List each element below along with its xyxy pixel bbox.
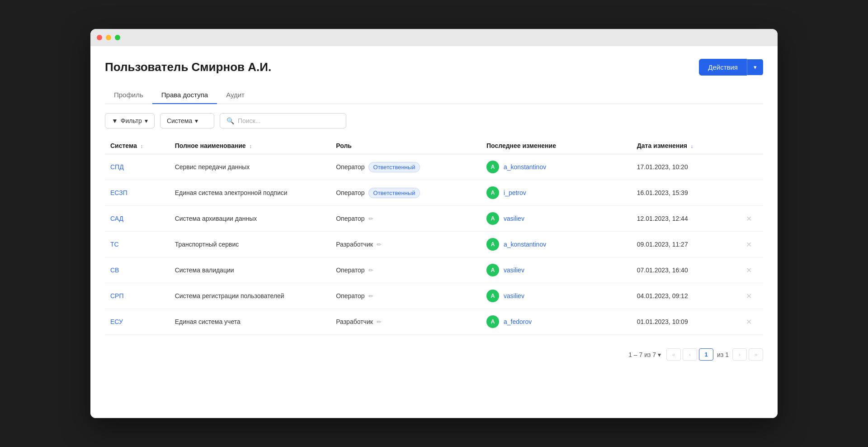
date-cell: 16.01.2023, 15:39: [632, 180, 739, 206]
date-cell: 09.01.2023, 11:27: [632, 232, 739, 257]
system-link[interactable]: САД: [110, 215, 123, 222]
avatar: A: [486, 161, 499, 173]
user-cell: Aa_fedorov: [481, 309, 632, 335]
system-link[interactable]: ТС: [110, 241, 119, 248]
system-select[interactable]: Система ▾: [160, 113, 214, 128]
first-page-button[interactable]: «: [666, 348, 681, 361]
table-body: СПДСервис передачи данныхОператорОтветст…: [105, 154, 763, 335]
next-page-button[interactable]: ›: [732, 348, 747, 361]
edit-role-icon[interactable]: ✏: [377, 319, 382, 325]
col-header-action: [739, 138, 763, 154]
current-page-button[interactable]: 1: [699, 348, 713, 361]
page-header: Пользователь Смирнов А.И. Действия ▾: [105, 59, 763, 76]
fullname-cell: Транспортный сервис: [170, 232, 331, 257]
user-cell: Aa_konstantinov: [481, 232, 632, 257]
prev-page-button[interactable]: ‹: [683, 348, 697, 361]
last-page-button[interactable]: »: [749, 348, 763, 361]
avatar: A: [486, 186, 499, 199]
tab-audit[interactable]: Аудит: [217, 86, 254, 104]
system-link[interactable]: ЕСЗП: [110, 189, 127, 196]
user-link[interactable]: vasiliev: [504, 292, 524, 300]
system-link[interactable]: ЕСУ: [110, 318, 123, 325]
action-cell: [739, 180, 763, 206]
remove-button[interactable]: ✕: [744, 265, 754, 276]
avatar: A: [486, 212, 499, 225]
user-cell: Ai_petrov: [481, 180, 632, 206]
table-row: ЕСУЕдиная система учетаРазработчик✏Aa_fe…: [105, 309, 763, 335]
traffic-lights: [97, 35, 120, 40]
action-cell: [739, 154, 763, 180]
app-window: Пользователь Смирнов А.И. Действия ▾ Про…: [90, 29, 778, 418]
role-cell: Разработчик✏: [330, 232, 481, 257]
filter-button[interactable]: ▼ Фильтр ▾: [105, 113, 155, 128]
user-link[interactable]: a_konstantinov: [504, 241, 546, 248]
table-row: СРПСистема регистрации пользователейОпер…: [105, 283, 763, 309]
system-link[interactable]: СРП: [110, 292, 124, 300]
actions-dropdown-button[interactable]: ▾: [747, 59, 763, 75]
edit-role-icon[interactable]: ✏: [368, 215, 373, 222]
date-cell: 12.01.2023, 12:44: [632, 206, 739, 232]
date-cell: 17.01.2023, 10:20: [632, 154, 739, 180]
user-link[interactable]: vasiliev: [504, 215, 524, 222]
table-row: ТСТранспортный сервисРазработчик✏Aa_kons…: [105, 232, 763, 257]
role-cell: Оператор✏: [330, 206, 481, 232]
role-text: Разработчик: [336, 318, 373, 325]
tab-profile[interactable]: Профиль: [105, 86, 152, 104]
col-header-lastchange: Последнее изменение: [481, 138, 632, 154]
system-link[interactable]: СПД: [110, 163, 124, 171]
filter-chevron-icon: ▾: [145, 117, 148, 124]
minimize-button[interactable]: [106, 35, 111, 40]
user-link[interactable]: a_konstantinov: [504, 163, 546, 171]
search-input[interactable]: [238, 117, 340, 124]
col-header-fullname[interactable]: Полное наименование: [170, 138, 331, 154]
fullname-cell: Система валидации: [170, 257, 331, 283]
pagination-range: 1 – 7 из 7: [628, 351, 656, 358]
role-text: Оператор: [336, 163, 364, 171]
user-cell: Avasiliev: [481, 283, 632, 309]
user-cell: Avasiliev: [481, 206, 632, 232]
toolbar: ▼ Фильтр ▾ Система ▾ 🔍: [105, 113, 763, 128]
tab-access[interactable]: Права доступа: [152, 86, 217, 104]
pagination-dropdown-icon[interactable]: ▾: [658, 351, 661, 358]
role-badge: Ответственный: [368, 162, 420, 172]
table-row: СПДСервис передачи данныхОператорОтветст…: [105, 154, 763, 180]
action-cell: ✕: [739, 309, 763, 335]
col-header-system[interactable]: Система: [105, 138, 170, 154]
user-link[interactable]: vasiliev: [504, 266, 524, 274]
edit-role-icon[interactable]: ✏: [368, 293, 373, 300]
role-text: Оператор: [336, 215, 364, 222]
actions-main-button[interactable]: Действия: [699, 59, 747, 76]
sort-icon-date: [691, 143, 693, 149]
system-select-label: Система: [167, 117, 192, 124]
user-link[interactable]: a_fedorov: [504, 318, 532, 325]
remove-button[interactable]: ✕: [744, 316, 754, 328]
role-cell: ОператорОтветственный: [330, 154, 481, 180]
actions-button-group[interactable]: Действия ▾: [699, 59, 763, 76]
access-table: Система Полное наименование Роль Последн…: [105, 138, 763, 335]
edit-role-icon[interactable]: ✏: [377, 241, 382, 248]
remove-button[interactable]: ✕: [744, 239, 754, 250]
edit-role-icon[interactable]: ✏: [368, 267, 373, 274]
role-text: Разработчик: [336, 241, 373, 248]
user-cell: Avasiliev: [481, 257, 632, 283]
system-link[interactable]: СВ: [110, 266, 119, 274]
fullname-cell: Система регистрации пользователей: [170, 283, 331, 309]
date-cell: 01.01.2023, 10:09: [632, 309, 739, 335]
close-button[interactable]: [97, 35, 102, 40]
action-cell: ✕: [739, 206, 763, 232]
avatar: A: [486, 315, 499, 328]
role-cell: Разработчик✏: [330, 309, 481, 335]
user-link[interactable]: i_petrov: [504, 189, 526, 196]
table-row: СВСистема валидацииОператор✏Avasiliev07.…: [105, 257, 763, 283]
remove-button[interactable]: ✕: [744, 213, 754, 224]
pagination-bar: 1 – 7 из 7 ▾ « ‹ 1 из 1 › »: [105, 344, 763, 361]
sort-icon-fullname: [249, 143, 252, 149]
titlebar: [90, 29, 778, 46]
remove-button[interactable]: ✕: [744, 290, 754, 302]
avatar: A: [486, 290, 499, 302]
tabs-container: Профиль Права доступа Аудит: [105, 86, 763, 104]
maximize-button[interactable]: [115, 35, 120, 40]
fullname-cell: Единая система электронной подписи: [170, 180, 331, 206]
page-title: Пользователь Смирнов А.И.: [105, 60, 271, 74]
col-header-date[interactable]: Дата изменения: [632, 138, 739, 154]
